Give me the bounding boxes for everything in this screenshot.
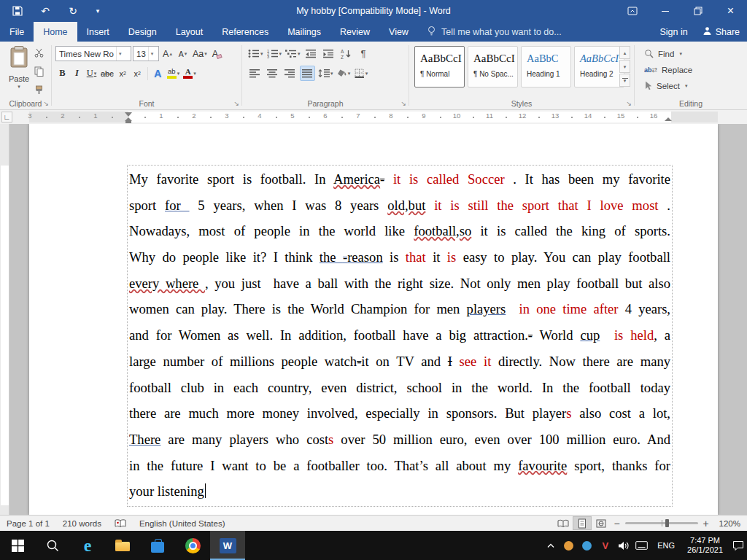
font-color-icon[interactable]: A▾ bbox=[182, 66, 198, 81]
styles-scroll-up-icon[interactable]: ▴ bbox=[619, 46, 630, 59]
superscript-icon[interactable]: x2 bbox=[131, 66, 144, 81]
justify-icon[interactable] bbox=[300, 66, 315, 81]
word-count[interactable]: 210 words bbox=[56, 516, 108, 531]
clipboard-dialog-launcher[interactable]: ↘ bbox=[43, 101, 49, 107]
tab-design[interactable]: Design bbox=[119, 22, 166, 42]
italic-icon[interactable]: I bbox=[70, 66, 84, 81]
close-icon[interactable]: × bbox=[714, 0, 747, 22]
borders-icon[interactable]: ▾ bbox=[354, 66, 369, 81]
ribbon-display-options-icon[interactable] bbox=[616, 0, 649, 22]
styles-more-icon[interactable]: ▾ bbox=[619, 74, 630, 87]
doc-line[interactable]: in the future I want to be a footballer … bbox=[128, 453, 672, 479]
vertical-ruler[interactable] bbox=[0, 124, 9, 515]
tell-me-box[interactable]: Tell me what you want to do... bbox=[427, 22, 562, 42]
doc-line[interactable]: football club in each country, even dist… bbox=[128, 375, 672, 401]
start-button[interactable] bbox=[0, 531, 35, 560]
font-size-dropdown-icon[interactable]: ▾ bbox=[148, 47, 156, 61]
repeat-icon[interactable]: ↻ bbox=[66, 4, 80, 18]
tab-review[interactable]: Review bbox=[330, 22, 379, 42]
volume-icon[interactable] bbox=[614, 531, 632, 560]
read-mode-icon[interactable] bbox=[554, 516, 573, 530]
paste-dropdown-icon[interactable]: ▾ bbox=[18, 84, 20, 90]
copy-icon[interactable] bbox=[34, 66, 44, 79]
share-button[interactable]: Share bbox=[703, 26, 740, 38]
cut-icon[interactable] bbox=[34, 48, 44, 60]
tray-red-icon[interactable]: V bbox=[596, 531, 614, 560]
select-dropdown-icon[interactable]: ▾ bbox=[685, 83, 688, 89]
search-icon[interactable] bbox=[35, 531, 70, 560]
tab-references[interactable]: References bbox=[212, 22, 278, 42]
tab-selector[interactable]: ∟ bbox=[1, 112, 12, 122]
first-line-indent-marker[interactable] bbox=[125, 112, 132, 117]
edge-icon[interactable]: e bbox=[70, 531, 105, 560]
tab-view[interactable]: View bbox=[379, 22, 418, 42]
tab-home[interactable]: Home bbox=[34, 22, 77, 42]
style-nospace[interactable]: AaBbCcI¶ No Spac... bbox=[468, 46, 518, 88]
font-name-combobox[interactable]: Times New Ro ▾ bbox=[55, 46, 131, 61]
zoom-slider[interactable] bbox=[625, 522, 698, 524]
multilevel-list-icon[interactable]: ▾ bbox=[285, 46, 301, 61]
taskbar-clock[interactable]: 7:47 PM 26/1/2021 bbox=[681, 536, 729, 556]
format-painter-icon[interactable] bbox=[34, 85, 44, 97]
language-switcher[interactable]: ENG bbox=[651, 541, 681, 550]
style-h1[interactable]: AaBbCHeading 1 bbox=[521, 46, 571, 88]
doc-line[interactable]: your listening bbox=[128, 478, 672, 505]
minimize-icon[interactable] bbox=[649, 0, 681, 22]
bullets-icon[interactable]: ▾ bbox=[247, 46, 264, 61]
doc-line[interactable]: and for Women as well. In addition, foot… bbox=[128, 322, 672, 349]
proofing-errors-icon[interactable] bbox=[108, 516, 133, 531]
font-size-combobox[interactable]: 13 ▾ bbox=[133, 46, 159, 61]
show-hide-formatting-icon[interactable]: ¶ bbox=[356, 46, 371, 61]
replace-button[interactable]: ab⇄ Replace bbox=[644, 63, 692, 77]
shading-icon[interactable]: ▾ bbox=[336, 66, 352, 81]
customize-qat-icon[interactable]: ▾ bbox=[93, 4, 102, 18]
print-layout-icon[interactable] bbox=[573, 516, 592, 530]
styles-dialog-launcher[interactable]: ↘ bbox=[626, 101, 632, 107]
left-indent-marker[interactable] bbox=[125, 121, 131, 123]
zoom-in-icon[interactable]: + bbox=[700, 518, 713, 529]
line-spacing-icon[interactable]: ▾ bbox=[317, 66, 334, 81]
select-button[interactable]: Select ▾ bbox=[644, 79, 687, 93]
zoom-out-icon[interactable]: − bbox=[611, 518, 624, 529]
doc-line[interactable]: Nowadays, most of people in the world li… bbox=[128, 218, 672, 244]
font-name-dropdown-icon[interactable]: ▾ bbox=[116, 47, 124, 61]
doc-line[interactable]: there are much more money involved, espe… bbox=[128, 400, 672, 427]
paragraph-dialog-launcher[interactable]: ↘ bbox=[400, 101, 406, 107]
tab-insert[interactable]: Insert bbox=[77, 22, 119, 42]
web-layout-icon[interactable] bbox=[592, 516, 611, 530]
doc-line[interactable]: every where , you just have a ball with … bbox=[128, 271, 672, 297]
zoom-slider-thumb[interactable] bbox=[665, 519, 669, 527]
underline-icon[interactable]: U▾ bbox=[85, 66, 98, 81]
doc-line[interactable]: My favorite sport is football. In Americ… bbox=[128, 166, 672, 192]
numbering-icon[interactable]: 123▾ bbox=[266, 46, 283, 61]
right-indent-marker[interactable] bbox=[665, 117, 672, 121]
tab-layout[interactable]: Layout bbox=[166, 22, 213, 42]
touch-keyboard-icon[interactable] bbox=[632, 531, 651, 560]
sign-in-link[interactable]: Sign in bbox=[659, 27, 687, 37]
highlight-color-icon[interactable]: ab▾ bbox=[166, 66, 182, 81]
tray-blue-icon[interactable] bbox=[578, 531, 596, 560]
chrome-icon[interactable] bbox=[175, 531, 210, 560]
sort-icon[interactable]: AZ bbox=[338, 46, 354, 61]
styles-scroll-down-icon[interactable]: ▾ bbox=[619, 60, 630, 73]
decrease-indent-icon[interactable] bbox=[303, 46, 319, 61]
style-h2[interactable]: AaBbCcIHeading 2 bbox=[574, 46, 624, 88]
doc-line[interactable]: There are many players who costs over 50… bbox=[128, 427, 672, 453]
bold-icon[interactable]: B bbox=[55, 66, 69, 81]
font-dialog-launcher[interactable]: ↘ bbox=[233, 101, 239, 107]
style-normal[interactable]: AaBbCcI¶ Normal bbox=[414, 46, 465, 88]
shrink-font-icon[interactable]: A▾ bbox=[176, 46, 190, 61]
file-explorer-icon[interactable] bbox=[105, 531, 140, 560]
tab-mailings[interactable]: Mailings bbox=[278, 22, 330, 42]
doc-line[interactable]: women can play. There is the World Champ… bbox=[128, 296, 672, 322]
subscript-icon[interactable]: x2 bbox=[116, 66, 130, 81]
grow-font-icon[interactable]: A▴ bbox=[160, 46, 174, 61]
save-icon[interactable] bbox=[10, 4, 25, 18]
doc-line[interactable]: large number of millions people watch-it… bbox=[128, 349, 672, 375]
align-right-icon[interactable] bbox=[282, 66, 298, 81]
tray-orange-icon[interactable] bbox=[560, 531, 578, 560]
page-indicator[interactable]: Page 1 of 1 bbox=[0, 516, 56, 531]
clear-formatting-icon[interactable]: A bbox=[210, 46, 224, 61]
undo-icon[interactable]: ↶ bbox=[38, 4, 53, 18]
doc-line[interactable]: Why do people like it? I think the -reas… bbox=[128, 244, 672, 271]
